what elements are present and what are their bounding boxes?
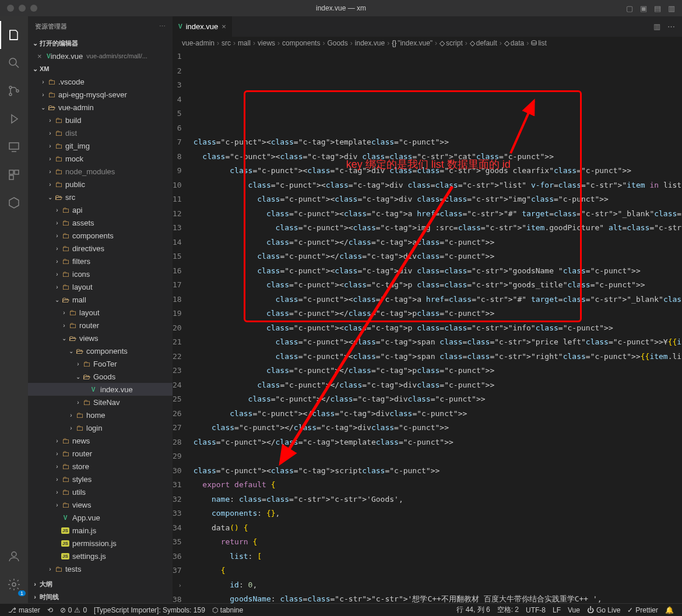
tree-item-login[interactable]: ›🗀login <box>28 421 173 434</box>
tree-item-home[interactable]: ›🗀home <box>28 409 173 421</box>
encoding[interactable]: UTF-8 <box>522 605 549 615</box>
breadcrumb-item[interactable]: src <box>222 39 231 47</box>
breadcrumb-item[interactable]: {}"index.vue" <box>392 39 433 47</box>
tree-item-api[interactable]: ›🗀api <box>28 203 173 216</box>
tree-item-tests[interactable]: ›🗀tests <box>28 562 173 575</box>
tree-item-permission.js[interactable]: JSpermission.js <box>28 537 173 550</box>
ts-importer[interactable]: [TypeScript Importer]: Symbols: 159 <box>90 606 209 614</box>
indentation[interactable]: 空格: 2 <box>494 605 522 615</box>
breadcrumb-item[interactable]: ◇data <box>504 39 524 47</box>
tree-item-filters[interactable]: ›🗀filters <box>28 255 173 267</box>
breadcrumb-item[interactable]: mall <box>238 39 251 47</box>
breadcrumb-item[interactable]: ◇script <box>440 39 463 47</box>
timeline-section[interactable]: › 时间线 <box>28 590 173 603</box>
panel-toggle-icon[interactable]: ▣ <box>640 4 647 13</box>
extensions-icon[interactable] <box>0 161 28 189</box>
tree-item-views[interactable]: ⌄🗁views <box>28 332 173 344</box>
breadcrumb-item[interactable]: Goods <box>327 39 347 47</box>
tree-item-public[interactable]: ›🗀public <box>28 178 173 191</box>
tree-item-git_img[interactable]: ›🗀git_img <box>28 139 173 152</box>
notifications-icon[interactable]: 🔔 <box>662 605 677 615</box>
tree-item-api-egg-mysql-sever[interactable]: ›🗀api-egg-mysql-sever <box>28 88 173 101</box>
panel-toggle-icon[interactable]: ▥ <box>668 4 675 13</box>
tree-item-styles[interactable]: ›🗀styles <box>28 473 173 485</box>
minimize-window[interactable] <box>19 5 26 12</box>
panel-toggle-icon[interactable]: ▢ <box>626 4 633 13</box>
folder-open-icon: 🗁 <box>61 295 70 304</box>
tree-item-build[interactable]: ›🗀build <box>28 114 173 126</box>
tree-item-main.js[interactable]: JSmain.js <box>28 524 173 537</box>
layout-controls[interactable]: ▢ ▣ ▤ ▥ <box>626 4 682 13</box>
tree-item-vue-admin[interactable]: ⌄🗁vue-admin <box>28 101 173 114</box>
tree-item-index.vue[interactable]: Vindex.vue <box>28 383 173 396</box>
tree-item-router[interactable]: ›🗀router <box>28 447 173 460</box>
tree-item-utils[interactable]: ›🗀utils <box>28 485 173 498</box>
tree-item-Goods[interactable]: ⌄🗁Goods <box>28 370 173 383</box>
tree-item-layout[interactable]: ›🗀layout <box>28 306 173 319</box>
tree-item-icons[interactable]: ›🗀icons <box>28 267 173 280</box>
close-tab-icon[interactable]: × <box>222 22 226 31</box>
tree-item-layout[interactable]: ›🗀layout <box>28 280 173 293</box>
code-content[interactable]: key 绑定的是我们 list 数据里面的 id class="c-punct"… <box>190 50 682 603</box>
tabnine[interactable]: ⬡ tabnine <box>209 606 247 614</box>
tree-item-settings.js[interactable]: JSsettings.js <box>28 550 173 562</box>
folder-icon: 🗀 <box>61 206 70 214</box>
breadcrumb-item[interactable]: index.vue <box>355 39 385 47</box>
eol[interactable]: LF <box>549 605 564 615</box>
settings-icon[interactable] <box>0 571 28 599</box>
problems[interactable]: ⊘0 ⚠0 <box>57 606 90 614</box>
chevron-down-icon: ⌄ <box>30 40 40 47</box>
hexagon-icon[interactable] <box>0 189 28 217</box>
debug-icon[interactable] <box>0 105 28 133</box>
breadcrumb-item[interactable]: vue-admin <box>182 39 215 47</box>
tree-item-components[interactable]: ⌄🗁components <box>28 344 173 357</box>
more-icon[interactable]: ⋯ <box>667 22 675 31</box>
source-control-icon[interactable] <box>0 77 28 105</box>
panel-toggle-icon[interactable]: ▤ <box>654 4 661 13</box>
window-controls[interactable] <box>0 5 37 12</box>
tree-item-App.vue[interactable]: VApp.vue <box>28 511 173 524</box>
tree-item-src[interactable]: ⌄🗁src <box>28 191 173 203</box>
breadcrumb-item[interactable]: ⛁list <box>531 39 547 47</box>
split-editor-icon[interactable]: ▥ <box>653 22 660 31</box>
breadcrumbs[interactable]: vue-admin›src›mall›views›components›Good… <box>173 37 682 50</box>
go-live[interactable]: ⏻ Go Live <box>583 605 624 615</box>
open-editors-section[interactable]: ⌄ 打开的编辑器 <box>28 37 173 50</box>
tree-item-assets[interactable]: ›🗀assets <box>28 216 173 229</box>
breadcrumb-item[interactable]: ◇default <box>470 39 497 47</box>
tree-item-dist[interactable]: ›🗀dist <box>28 126 173 139</box>
tree-item-FooTer[interactable]: ›🗀FooTer <box>28 357 173 370</box>
more-icon[interactable]: ⋯ <box>159 23 166 30</box>
breadcrumb-item[interactable]: components <box>282 39 320 47</box>
tree-item-directives[interactable]: ›🗀directives <box>28 242 173 255</box>
search-icon[interactable] <box>0 49 28 77</box>
project-section[interactable]: ⌄ XM <box>28 62 173 75</box>
tree-item-mall[interactable]: ⌄🗁mall <box>28 293 173 306</box>
tree-item-components[interactable]: ›🗀components <box>28 229 173 242</box>
editor-tab[interactable]: V index.vue × <box>173 16 233 37</box>
tree-item-store[interactable]: ›🗀store <box>28 460 173 473</box>
tree-item-node_modules[interactable]: ›🗀node_modules <box>28 165 173 178</box>
close-window[interactable] <box>7 5 14 12</box>
sync-icon[interactable]: ⟲ <box>44 606 57 614</box>
code-editor[interactable]: 1234567891011121314151617181920212223242… <box>173 50 682 603</box>
tree-item-router[interactable]: ›🗀router <box>28 319 173 332</box>
tree-item-news[interactable]: ›🗀news <box>28 434 173 447</box>
open-editor-item[interactable]: × V index.vue vue-admin/src/mall/... <box>28 50 173 62</box>
maximize-window[interactable] <box>30 5 37 12</box>
prettier[interactable]: ✓ Prettier <box>624 605 662 615</box>
language-mode[interactable]: Vue <box>564 605 583 615</box>
explorer-icon[interactable] <box>0 21 28 49</box>
tree-item-.vscode[interactable]: ›🗀.vscode <box>28 75 173 88</box>
tree-item-views[interactable]: ›🗀views <box>28 498 173 511</box>
account-icon[interactable] <box>0 543 28 571</box>
close-icon[interactable]: × <box>37 52 47 61</box>
git-branch[interactable]: ⎇ master <box>5 606 44 614</box>
cursor-position[interactable]: 行 44, 列 6 <box>453 605 493 615</box>
remote-icon[interactable] <box>0 133 28 161</box>
tree-item-mock[interactable]: ›🗀mock <box>28 152 173 165</box>
breadcrumb-item[interactable]: views <box>258 39 275 47</box>
outline-section[interactable]: › 大纲 <box>28 578 173 590</box>
tree-item-SiteNav[interactable]: ›🗀SiteNav <box>28 396 173 409</box>
folder-icon: 🗀 <box>54 116 63 125</box>
